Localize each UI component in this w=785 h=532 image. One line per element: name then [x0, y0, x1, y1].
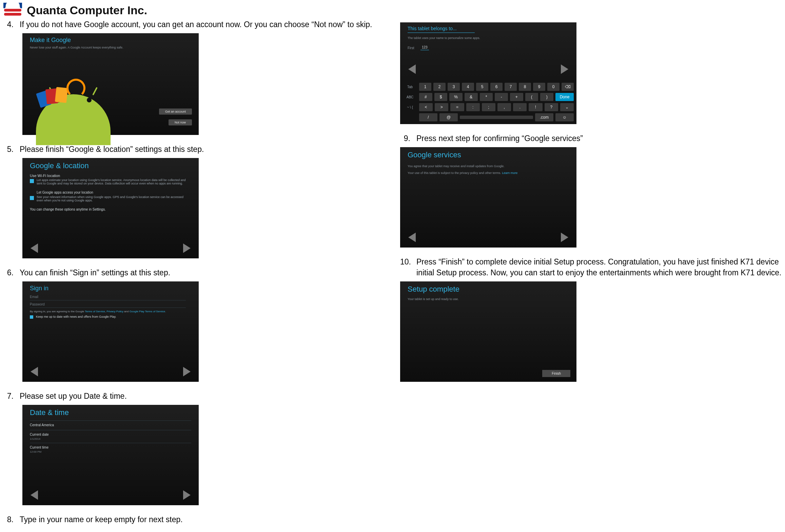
- company-logo-icon: [3, 3, 22, 18]
- back-arrow-icon[interactable]: [31, 367, 38, 376]
- kb-key[interactable]: .com: [535, 113, 553, 121]
- step-text: If you do not have Google account, you c…: [20, 19, 372, 30]
- use-wifi-title: Use Wi-Fi location: [30, 174, 60, 178]
- back-arrow-icon[interactable]: [31, 243, 38, 253]
- learn-more-link[interactable]: Learn more: [502, 171, 517, 175]
- next-arrow-icon[interactable]: [183, 367, 191, 376]
- kb-key[interactable]: 5: [476, 83, 488, 91]
- kb-key[interactable]: ;: [482, 103, 495, 111]
- next-arrow-icon[interactable]: [183, 490, 191, 500]
- back-arrow-icon[interactable]: [31, 490, 38, 500]
- kb-key[interactable]: .: [513, 103, 527, 111]
- kb-done-key[interactable]: Done: [555, 93, 574, 101]
- back-arrow-icon[interactable]: [408, 233, 416, 242]
- checkbox-icon[interactable]: [30, 315, 33, 319]
- left-column: 4. If you do not have Google account, yo…: [3, 19, 380, 528]
- step-10: 10. Press “Finish” to complete device in…: [400, 256, 785, 278]
- kb-key[interactable]: &: [465, 93, 478, 101]
- updates-text: You agree that your tablet may receive a…: [408, 164, 564, 168]
- step-number: 6.: [3, 267, 14, 278]
- kb-emoji-key[interactable]: ☺: [555, 113, 574, 121]
- play-tos-link[interactable]: Google Play Terms of Service: [130, 310, 165, 313]
- kb-key[interactable]: 3: [448, 83, 460, 91]
- kb-key[interactable]: 9: [533, 83, 545, 91]
- kb-key[interactable]: -: [495, 93, 508, 101]
- privacy-text: Your use of this tablet is subject to th…: [408, 171, 564, 175]
- kb-key[interactable]: :: [466, 103, 480, 111]
- kb-backspace-key[interactable]: ⌫: [562, 83, 574, 91]
- step-8: 8. Type in your name or keep empty for n…: [3, 514, 380, 525]
- kb-tab-key[interactable]: Tab: [403, 83, 417, 91]
- kb-key[interactable]: +: [510, 93, 523, 101]
- kb-key[interactable]: *: [480, 93, 493, 101]
- legal-text: By signing in, you are agreeing to the G…: [30, 310, 166, 313]
- kb-key[interactable]: 1: [419, 83, 431, 91]
- password-field[interactable]: Password: [30, 302, 186, 308]
- step-5: 5. Please finish “Google & location” set…: [3, 144, 380, 155]
- kb-key[interactable]: 7: [505, 83, 517, 91]
- kb-key[interactable]: <: [419, 103, 433, 111]
- kb-key[interactable]: 8: [519, 83, 531, 91]
- kb-key[interactable]: !: [529, 103, 542, 111]
- screenshot-make-it-google: Make it Google Never lose your stuff aga…: [22, 33, 199, 135]
- kb-sym-key[interactable]: ~ \ {: [403, 104, 417, 111]
- document-page: Quanta Computer Inc. 4. If you do not ha…: [0, 0, 785, 532]
- step-text: Press next step for confirming “Google s…: [416, 133, 583, 144]
- email-field[interactable]: Email: [30, 295, 186, 300]
- screen-title: Sign in: [30, 285, 48, 292]
- screenshot-google-services: Google services You agree that your tabl…: [400, 147, 576, 248]
- settings-hint: You can change these options anytime in …: [30, 208, 106, 211]
- kb-key[interactable]: %: [449, 93, 463, 101]
- screenshot-setup-complete: Setup complete Your tablet is set up and…: [400, 281, 576, 382]
- kb-row-1: Tab 1 2 3 4 5 6 7 8 9 0 ⌫: [400, 83, 576, 91]
- step-9: 9. Press next step for confirming “Googl…: [400, 133, 785, 144]
- kb-key[interactable]: ): [540, 93, 553, 101]
- kb-key[interactable]: 2: [433, 83, 446, 91]
- kb-key[interactable]: /: [419, 113, 437, 121]
- not-now-button[interactable]: Not now: [169, 119, 192, 125]
- privacy-link[interactable]: Privacy Policy: [106, 310, 123, 313]
- wifi-location-desc: Let apps estimate your location using Go…: [37, 178, 186, 185]
- kb-space-key[interactable]: [460, 116, 533, 119]
- tos-link[interactable]: Terms of Service: [85, 310, 105, 313]
- checkbox-icon[interactable]: [30, 179, 34, 183]
- kb-key[interactable]: 4: [462, 83, 474, 91]
- kb-key[interactable]: ?: [545, 103, 558, 111]
- step-number: 9.: [400, 133, 410, 144]
- kb-key[interactable]: >: [435, 103, 448, 111]
- screen-title: This tablet belongs to...: [408, 26, 457, 31]
- current-date-label: Current date: [30, 433, 49, 436]
- next-arrow-icon[interactable]: [561, 64, 568, 74]
- next-arrow-icon[interactable]: [561, 233, 568, 242]
- step-4: 4. If you do not have Google account, yo…: [3, 19, 380, 30]
- kb-abc-key[interactable]: ABC: [403, 94, 417, 101]
- kb-key[interactable]: =: [450, 103, 464, 111]
- current-time-value[interactable]: 12:00 PM: [30, 450, 41, 453]
- kb-key[interactable]: $: [434, 93, 448, 101]
- apps-access-title: Let Google apps access your location: [37, 191, 93, 194]
- kb-key[interactable]: #: [419, 93, 432, 101]
- kb-key[interactable]: @: [439, 113, 458, 121]
- timezone-value[interactable]: Central America: [30, 423, 54, 427]
- current-date-value[interactable]: 1/1/2014: [30, 437, 40, 440]
- first-name-label: First: [408, 46, 414, 50]
- kb-blank: [403, 116, 417, 119]
- kb-key[interactable]: 0: [547, 83, 560, 91]
- screen-subtitle: Your tablet is set up and ready to use.: [408, 297, 564, 301]
- finish-button[interactable]: Finish: [542, 370, 570, 377]
- android-mascot-icon: [22, 81, 111, 135]
- back-arrow-icon[interactable]: [408, 64, 416, 74]
- step-number: 4.: [3, 19, 14, 30]
- apps-access-desc: See your relevant information when using…: [37, 195, 186, 202]
- step-text: You can finish “Sign in” settings at thi…: [20, 267, 170, 278]
- kb-key[interactable]: (: [525, 93, 538, 101]
- checkbox-icon[interactable]: [30, 196, 34, 200]
- kb-hide-key[interactable]: ⌄: [560, 103, 574, 111]
- kb-key[interactable]: ,: [497, 103, 511, 111]
- kb-key[interactable]: 6: [490, 83, 503, 91]
- first-name-input[interactable]: 123: [420, 45, 429, 50]
- next-arrow-icon[interactable]: [183, 243, 191, 253]
- get-account-button[interactable]: Get an account: [159, 109, 192, 115]
- screen-subtitle: The tablet uses your name to personalize…: [408, 36, 564, 40]
- step-text: Type in your name or keep empty for next…: [20, 514, 183, 525]
